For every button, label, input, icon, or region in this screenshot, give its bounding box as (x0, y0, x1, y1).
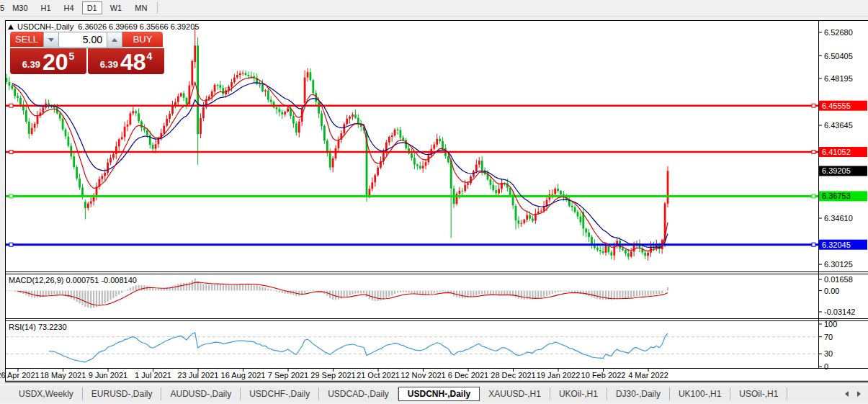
chart-title: USDCNH-,Daily6.36026 6.39669 6.35666 6.3… (17, 22, 199, 31)
buy-price-prefix: 6.39 (100, 59, 118, 70)
volume-input[interactable] (59, 32, 107, 48)
svg-text:7 Sep 2021: 7 Sep 2021 (268, 371, 308, 380)
volume-increase-button[interactable] (107, 32, 122, 48)
svg-text:6 Dec 2021: 6 Dec 2021 (448, 371, 488, 380)
tab-usdcad-daily[interactable]: USDCAD-,Daily (319, 387, 398, 400)
svg-text:26 Apr 2021: 26 Apr 2021 (0, 371, 40, 380)
svg-text:10 Feb 2022: 10 Feb 2022 (581, 371, 626, 380)
svg-text:6.50405: 6.50405 (824, 52, 853, 60)
tab-dj30-daily[interactable]: DJ30-,Daily (607, 387, 670, 400)
svg-text:6.43645: 6.43645 (824, 121, 853, 130)
rsi-indicator-label: RSI(14) 73.2230 (9, 323, 67, 331)
chart-expand-icon (8, 24, 14, 30)
svg-text:6.45555: 6.45555 (822, 102, 851, 110)
svg-text:6.30125: 6.30125 (824, 260, 853, 269)
svg-text:6.34610: 6.34610 (824, 214, 853, 223)
svg-text:0: 0 (824, 362, 828, 371)
svg-text:19 Jan 2022: 19 Jan 2022 (537, 371, 581, 380)
svg-text:23 Jul 2021: 23 Jul 2021 (178, 371, 219, 380)
sell-button[interactable]: SELL (10, 32, 43, 48)
svg-text:30: 30 (824, 349, 833, 358)
buy-button[interactable]: BUY (122, 32, 163, 48)
svg-text:29 Sep 2021: 29 Sep 2021 (310, 371, 355, 380)
tabs-scroll-right-icon[interactable] (857, 391, 861, 397)
tab-eurusd-daily[interactable]: EURUSD-,Daily (83, 387, 162, 400)
tab-usdchf-daily[interactable]: USDCHF-,Daily (241, 387, 319, 400)
svg-text:21 Oct 2021: 21 Oct 2021 (357, 371, 400, 380)
chevron-down-icon (48, 38, 54, 42)
svg-text:6.39205: 6.39205 (822, 166, 851, 175)
svg-text:6.48195: 6.48195 (824, 74, 853, 83)
timeframe-button-m5[interactable]: 5 (0, 1, 6, 14)
tab-ukoil-h1[interactable]: UKOil-,H1 (550, 387, 607, 400)
tab-usdcnh-daily[interactable]: USDCNH-,Daily (398, 387, 480, 401)
buy-price-value: 48 (120, 52, 146, 73)
tabs-scroll-left-icon[interactable] (845, 391, 849, 397)
svg-text:6.32045: 6.32045 (822, 241, 851, 249)
sell-price-button[interactable]: 6.39 20 5 (10, 48, 86, 74)
chevron-up-icon (112, 38, 117, 42)
svg-text:0.00: 0.00 (824, 287, 839, 295)
tab-usoil-h1[interactable]: USOil-,H1 (730, 387, 787, 400)
svg-text:12 Nov 2021: 12 Nov 2021 (401, 371, 445, 380)
one-click-trading-panel: SELL BUY 6.39 20 5 6.39 48 4 (10, 32, 164, 74)
timeframe-button-mn[interactable]: MN (130, 1, 152, 14)
macd-indicator-label: MACD(12,26,9) 0.000751 -0.008140 (9, 276, 137, 284)
svg-text:70: 70 (824, 333, 833, 341)
timeframe-button-d1[interactable]: D1 (82, 1, 102, 14)
timeframe-button-m30[interactable]: M30 (7, 1, 32, 14)
svg-text:6.36753: 6.36753 (822, 192, 851, 200)
timeframe-button-h1[interactable]: H1 (36, 1, 56, 14)
svg-text:6.41052: 6.41052 (822, 148, 851, 156)
svg-text:0.01658: 0.01658 (824, 275, 853, 284)
toolbar-separator (157, 2, 158, 14)
chart-symbol-label: USDCNH-,Daily (17, 22, 73, 31)
tab-uk100-h1[interactable]: UK100-,H1 (670, 387, 730, 400)
svg-text:6.52680: 6.52680 (824, 28, 853, 37)
svg-text:28 Dec 2021: 28 Dec 2021 (491, 371, 535, 380)
svg-text:16 Aug 2021: 16 Aug 2021 (221, 371, 266, 380)
timeframe-button-h4[interactable]: H4 (59, 1, 79, 14)
sell-price-pip: 5 (69, 50, 75, 62)
svg-text:1 Jul 2021: 1 Jul 2021 (135, 371, 171, 380)
tab-audusd-daily[interactable]: AUDUSD-,Daily (161, 387, 241, 400)
sell-price-value: 20 (42, 52, 68, 73)
svg-text:18 May 2021: 18 May 2021 (40, 371, 86, 380)
timeframe-button-w1[interactable]: W1 (105, 1, 127, 14)
tab-usdx-weekly[interactable]: USDX,Weekly (10, 387, 83, 400)
timeframe-toolbar: 5 M30 H1 H4 D1 W1 MN (0, 0, 868, 17)
buy-price-button[interactable]: 6.39 48 4 (88, 48, 164, 74)
svg-text:9 Jun 2021: 9 Jun 2021 (89, 371, 127, 380)
svg-text:4 Mar 2022: 4 Mar 2022 (628, 371, 668, 380)
tab-xauusd-h1[interactable]: XAUUSD-,H1 (480, 387, 550, 400)
svg-text:-0.03142: -0.03142 (824, 308, 855, 316)
volume-decrease-button[interactable] (43, 32, 59, 48)
chart-tabs-bar: USDX,Weekly EURUSD-,Daily AUDUSD-,Daily … (0, 385, 868, 402)
buy-price-pip: 4 (147, 50, 153, 62)
chart-ohlc-values: 6.36026 6.39669 6.35666 6.39205 (78, 22, 199, 31)
sell-price-prefix: 6.39 (22, 59, 40, 70)
